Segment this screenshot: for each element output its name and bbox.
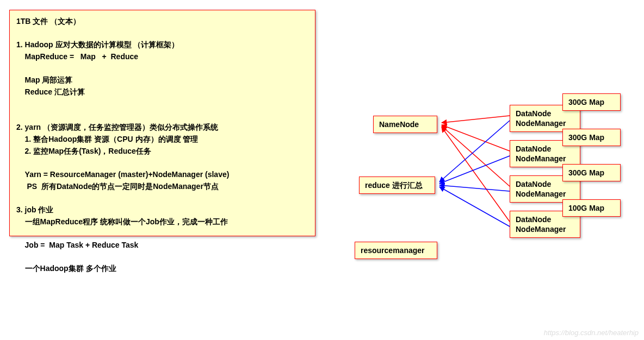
datanode-2-line2: NodeManager [516, 154, 566, 163]
namenode-label: NameNode [379, 120, 419, 129]
resourcemanager-label: resourcemanager [361, 246, 425, 255]
map-2: 300G Map [562, 129, 621, 146]
datanode-4-line2: NodeManager [516, 225, 566, 234]
resourcemanager-box: resourcemanager [355, 242, 437, 259]
map-3-label: 300G Map [568, 168, 604, 177]
watermark: https://blog.csdn.net/heaterhip [544, 329, 639, 337]
map-2-label: 300G Map [568, 133, 604, 142]
svg-line-0 [442, 116, 510, 123]
reduce-label: reduce 进行汇总 [365, 181, 423, 190]
svg-line-2 [442, 126, 510, 186]
datanode-2-line1: DataNode [516, 144, 551, 153]
datanode-3-line2: NodeManager [516, 190, 566, 198]
datanode-4-line1: DataNode [516, 215, 551, 224]
datanode-1-line1: DataNode [516, 109, 551, 118]
svg-line-4 [439, 121, 510, 182]
main-text-panel: 1TB 文件 （文本） 1. Hadoop 应对大数据的计算模型 （计算框架） … [9, 10, 315, 236]
datanode-3-line1: DataNode [516, 180, 551, 188]
map-3: 300G Map [562, 164, 621, 181]
map-1-label: 300G Map [568, 98, 604, 106]
reduce-box: reduce 进行汇总 [359, 177, 435, 194]
svg-line-5 [439, 156, 510, 184]
datanode-1-line2: NodeManager [516, 119, 566, 128]
namenode-box: NameNode [373, 116, 437, 133]
svg-line-7 [439, 187, 510, 226]
svg-line-3 [442, 127, 510, 222]
map-1: 300G Map [562, 93, 621, 111]
map-4: 100G Map [562, 199, 621, 217]
map-4-label: 100G Map [568, 204, 604, 212]
svg-line-6 [439, 185, 510, 191]
svg-line-1 [442, 125, 510, 151]
